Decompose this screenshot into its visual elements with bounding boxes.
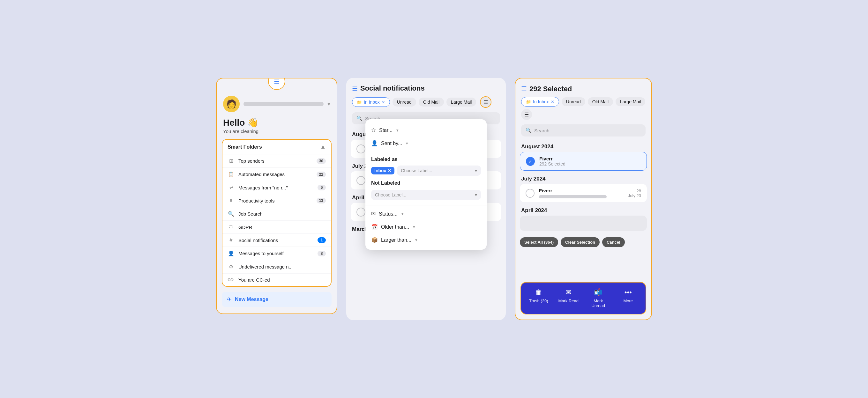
new-message-label: New Message: [235, 297, 268, 302]
chevron-down-icon: ▾: [406, 141, 408, 146]
sidebar-item-gdpr[interactable]: 🛡 GDPR: [222, 221, 331, 234]
gdpr-icon: 🛡: [227, 224, 235, 230]
choose-label-dropdown[interactable]: Choose Label... ▾: [397, 166, 481, 176]
chip-close-icon[interactable]: ✕: [382, 100, 385, 105]
chevron-down-icon[interactable]: ▾: [328, 100, 330, 107]
selection-actions: Select All (364) Clear Selection Cancel: [516, 233, 651, 248]
mail-item-selected[interactable]: ✓ Fiverr 292 Selected: [520, 152, 647, 171]
sidebar-item-no-reply[interactable]: ↩̸ Messages from "no r..." 6: [222, 181, 331, 194]
automated-icon: 📋: [227, 171, 235, 177]
sidebar-item-social[interactable]: # Social notifications 1: [222, 234, 331, 247]
smart-folders-title: Smart Folders: [227, 144, 262, 150]
panel2-filter-chips: 📁 In Inbox ✕ Unread Old Mail Large Mail …: [346, 96, 506, 112]
panel3-search-bar[interactable]: 🔍 Search: [521, 124, 646, 136]
mail-radio[interactable]: [356, 144, 365, 154]
mark-unread-icon: 📬: [594, 288, 602, 297]
mail-radio-checked[interactable]: ✓: [526, 157, 535, 166]
filter-more-p3[interactable]: ☰: [521, 109, 532, 120]
chip-close-icon[interactable]: ✕: [551, 100, 554, 104]
chip-label: In Inbox: [533, 99, 549, 104]
inbox-chip-icon: 📁: [357, 100, 362, 105]
clear-selection-button[interactable]: Clear Selection: [561, 237, 600, 247]
cc-icon: CC:: [227, 278, 235, 282]
sidebar-item-job-search[interactable]: 🔍 Job Search: [222, 207, 331, 221]
mail-radio[interactable]: [356, 176, 365, 185]
not-labeled-row: Choose Label... ▾: [365, 188, 487, 203]
sidebar-item-undelivered[interactable]: ⚙ Undelivered message n...: [222, 260, 331, 274]
dd-sentby-label: Sent by...: [381, 141, 402, 146]
more-button[interactable]: ••• More: [613, 287, 643, 309]
mail-preview: [539, 195, 607, 198]
more-label: More: [623, 298, 633, 303]
dd-star-label: Star...: [379, 128, 393, 133]
sidebar-item-badge: 6: [317, 185, 326, 190]
self-messages-icon: 👤: [227, 250, 235, 256]
chip-unread-p3[interactable]: Unread: [562, 97, 585, 106]
select-all-button[interactable]: Select All (364): [520, 237, 558, 247]
filter-icon: ☰: [274, 78, 280, 85]
not-labeled-dropdown[interactable]: Choose Label... ▾: [371, 190, 481, 200]
chip-in-inbox[interactable]: 📁 In Inbox ✕: [352, 97, 390, 107]
chip-unread[interactable]: Unread: [393, 98, 416, 106]
new-message-button[interactable]: ✈ New Message: [222, 292, 332, 307]
smart-folders-collapse-icon[interactable]: ▲: [320, 143, 326, 150]
more-icon: •••: [624, 288, 632, 297]
chip-label: Large Mail: [451, 100, 472, 105]
dd-status-item[interactable]: ✉ Status... ▾: [365, 207, 487, 220]
sidebar-item-label: You are CC-ed: [238, 277, 326, 283]
inbox-tag[interactable]: Inbox ✕: [371, 167, 395, 174]
mark-read-button[interactable]: ✉ Mark Read: [554, 287, 584, 309]
sidebar-item-automated[interactable]: 📋 Automated messages 22: [222, 168, 331, 181]
panel3-header-icon: ☰: [521, 85, 527, 93]
filter-more-icon: ☰: [524, 111, 529, 118]
panel3-title: 292 Selected: [529, 85, 572, 93]
star-icon: ☆: [371, 127, 376, 134]
chip-old-mail-p3[interactable]: Old Mail: [588, 97, 613, 106]
mark-unread-button[interactable]: 📬 Mark Unread: [583, 287, 613, 309]
top-senders-icon: ⊞: [227, 158, 235, 164]
mark-read-icon: ✉: [565, 288, 571, 297]
sidebar-item-cc[interactable]: CC: You are CC-ed: [222, 274, 331, 286]
sidebar-item-productivity[interactable]: ≡ Productivity tools 13: [222, 194, 331, 207]
action-bar: 🗑 Trash (39) ✉ Mark Read 📬 Mark Unread •…: [521, 282, 646, 314]
dd-larger-than-item[interactable]: 📦 Larger than... ▾: [365, 233, 487, 246]
panel3-container: ☰ 292 Selected 📁 In Inbox ✕ Unread Old M…: [515, 78, 652, 320]
sidebar-item-label: GDPR: [238, 225, 326, 230]
labeled-as-title: Labeled as: [365, 154, 487, 164]
mail-radio[interactable]: [356, 208, 365, 217]
inbox-tag-close-icon[interactable]: ✕: [388, 168, 391, 173]
sidebar-item-label: Automated messages: [238, 172, 313, 177]
avatar-bar: [244, 102, 323, 106]
mail-sender: Fiverr: [539, 188, 624, 193]
sidebar-item-self[interactable]: 👤 Messages to yourself 8: [222, 247, 331, 260]
choose-label2-text: Choose Label...: [375, 192, 406, 197]
dd-star-item[interactable]: ☆ Star... ▾: [365, 124, 487, 137]
chip-label: Old Mail: [592, 99, 609, 104]
filter-more-button[interactable]: ☰: [480, 96, 491, 108]
chip-large-mail[interactable]: Large Mail: [446, 98, 476, 106]
calendar-icon: 📅: [371, 224, 378, 230]
new-message-icon: ✈: [227, 296, 232, 303]
action-bar-buttons: 🗑 Trash (39) ✉ Mark Read 📬 Mark Unread •…: [521, 283, 646, 314]
chip-old-mail[interactable]: Old Mail: [419, 98, 444, 106]
social-icon: #: [227, 237, 235, 243]
mail-radio[interactable]: [526, 189, 534, 198]
sidebar-item-label: Productivity tools: [238, 198, 313, 203]
mail-item-july[interactable]: Fiverr 28 July 23: [520, 184, 647, 202]
sidebar-item-top-senders[interactable]: ⊞ Top senders 30: [222, 154, 331, 168]
dd-sentby-item[interactable]: 👤 Sent by... ▾: [365, 137, 487, 150]
hello-section: Hello 👋 You are cleaning: [217, 118, 337, 139]
chip-in-inbox-p3[interactable]: 📁 In Inbox ✕: [521, 97, 559, 106]
filter-more-icon: ☰: [484, 99, 488, 105]
april-item-partial: [520, 215, 647, 231]
dd-older-than-item[interactable]: 📅 Older than... ▾: [365, 220, 487, 233]
cancel-button[interactable]: Cancel: [602, 237, 625, 247]
section-date-april-p3: April 2024: [516, 205, 651, 215]
chevron-down-icon: ▾: [396, 128, 399, 133]
dd-status-label: Status...: [379, 211, 398, 217]
trash-button[interactable]: 🗑 Trash (39): [524, 287, 554, 309]
chip-large-mail-p3[interactable]: Large Mail: [616, 97, 645, 106]
size-icon: 📦: [371, 237, 378, 243]
trash-label: Trash (39): [529, 298, 548, 303]
chevron-down-icon: ▾: [415, 238, 417, 242]
